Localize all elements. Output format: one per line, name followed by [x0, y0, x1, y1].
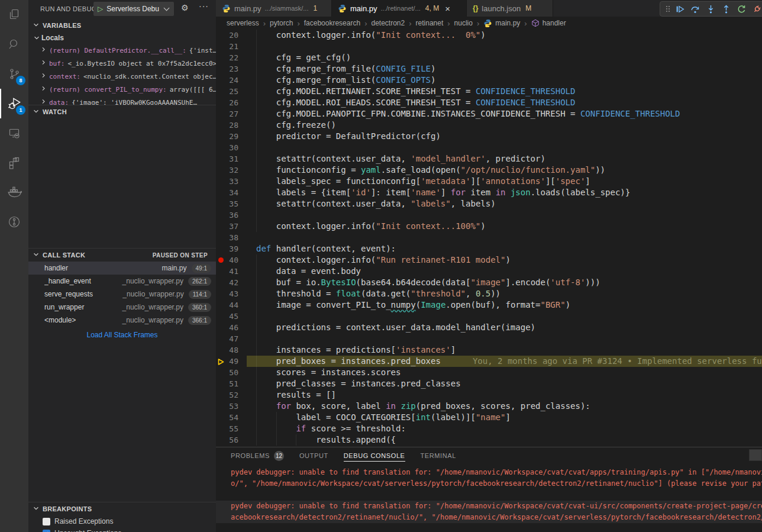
- gutter[interactable]: 38: [216, 232, 247, 243]
- close-icon[interactable]: ×: [445, 4, 450, 13]
- stack-frame-row[interactable]: serve_requests_nuclio_wrapper.py114:1: [28, 288, 216, 301]
- call-stack-section-header[interactable]: CALL STACK PAUSED ON STEP: [28, 249, 216, 262]
- gutter[interactable]: 27: [216, 108, 247, 120]
- gutter[interactable]: 21: [216, 41, 247, 52]
- breadcrumb-item-detectron2[interactable]: detectron2: [371, 19, 405, 27]
- step-into-button[interactable]: [703, 2, 718, 16]
- variable-row[interactable]: (return) DefaultPredictor.__call__:{'ins…: [28, 44, 216, 57]
- gutter[interactable]: 52: [216, 389, 247, 401]
- continue-button[interactable]: [672, 2, 687, 16]
- gutter[interactable]: 33: [216, 176, 247, 187]
- gutter[interactable]: 31: [216, 153, 247, 165]
- activity-item-gitlens[interactable]: [0, 207, 28, 237]
- stack-frame-row[interactable]: _handle_event_nuclio_wrapper.py262:1: [28, 275, 216, 288]
- gutter[interactable]: 53: [216, 401, 247, 412]
- variable-row[interactable]: context:<nuclio_sdk.context.Context obje…: [28, 70, 216, 83]
- gutter[interactable]: 42: [216, 277, 247, 288]
- gutter[interactable]: 36: [216, 209, 247, 221]
- gutter[interactable]: 56: [216, 434, 247, 446]
- gutter[interactable]: 37: [216, 221, 247, 232]
- variables-scope-locals[interactable]: Locals: [28, 32, 216, 44]
- gutter[interactable]: 39: [216, 243, 247, 254]
- gutter[interactable]: 35: [216, 198, 247, 209]
- activity-item-source-control[interactable]: 8: [0, 59, 28, 89]
- load-all-stack-frames-link[interactable]: Load All Stack Frames: [86, 331, 157, 339]
- breadcrumb-item-handler[interactable]: handler: [531, 19, 566, 27]
- breadcrumb-item-mainpy[interactable]: main.py: [483, 19, 520, 28]
- gutter[interactable]: 46: [216, 322, 247, 333]
- restart-button[interactable]: [734, 2, 749, 16]
- stack-frame-row[interactable]: <module>_nuclio_wrapper.py366:1: [28, 314, 216, 327]
- gutter[interactable]: 48: [216, 344, 247, 356]
- activity-item-run-debug[interactable]: 1: [0, 89, 28, 118]
- editor-tab[interactable]: {}launch.jsonM: [467, 0, 553, 17]
- activity-item-docker[interactable]: [0, 178, 28, 207]
- variable-row[interactable]: (return) convert_PIL_to_numpy:array([[[ …: [28, 83, 216, 96]
- step-out-button[interactable]: [718, 2, 734, 16]
- breadcrumb-item-facebookresearch[interactable]: facebookresearch: [304, 19, 360, 27]
- gutter[interactable]: 26: [216, 97, 247, 108]
- breadcrumb-item-serverless[interactable]: serverless: [227, 19, 259, 27]
- gutter[interactable]: 23: [216, 63, 247, 75]
- breadcrumb-item-pytorch[interactable]: pytorch: [270, 19, 293, 27]
- gutter[interactable]: 34: [216, 187, 247, 198]
- console-filter-input[interactable]: [749, 449, 762, 461]
- start-debug-icon[interactable]: ▷: [98, 5, 103, 13]
- line-number: 47: [229, 333, 238, 344]
- panel-tab-problems[interactable]: PROBLEMS12: [231, 447, 284, 464]
- more-actions-icon[interactable]: ···: [199, 1, 209, 11]
- editor-tab[interactable]: main.py.../retinanet/...4, M×: [332, 0, 467, 17]
- gutter[interactable]: 29: [216, 131, 247, 142]
- activity-item-remote-explorer[interactable]: [0, 118, 28, 148]
- gutter[interactable]: 28: [216, 120, 247, 131]
- debug-config-dropdown[interactable]: ▷ Serverless Debu: [93, 2, 174, 16]
- gutter[interactable]: 49: [216, 356, 247, 367]
- breadcrumb-item-retinanet[interactable]: retinanet: [416, 19, 444, 27]
- gutter[interactable]: 24: [216, 75, 247, 86]
- panel-tab-debug-console[interactable]: DEBUG CONSOLE: [344, 447, 405, 464]
- line-number: 27: [229, 108, 238, 120]
- disconnect-button[interactable]: [749, 2, 762, 16]
- activity-item-explorer[interactable]: [0, 0, 28, 30]
- gutter[interactable]: 44: [216, 299, 247, 311]
- gutter[interactable]: 32: [216, 165, 247, 176]
- breadcrumb-item-nuclio[interactable]: nuclio: [454, 19, 473, 27]
- variables-section-header[interactable]: VARIABLES: [28, 19, 216, 32]
- activity-badge: 1: [16, 105, 25, 115]
- gutter[interactable]: 30: [216, 142, 247, 153]
- editor-tab[interactable]: main.py.../siammask/...1: [216, 0, 332, 17]
- gutter[interactable]: 20: [216, 30, 247, 41]
- variable-row[interactable]: buf:<_io.BytesIO object at 0x7f5a2dc1ecc…: [28, 57, 216, 70]
- activity-item-extensions[interactable]: [0, 148, 28, 178]
- breakpoint-row[interactable]: ✓Uncaught Exceptions: [28, 527, 216, 532]
- gutter[interactable]: 25: [216, 86, 247, 97]
- gutter[interactable]: 55: [216, 423, 247, 434]
- gutter[interactable]: 47: [216, 333, 247, 344]
- stack-frame-row[interactable]: run_wrapper_nuclio_wrapper.py360:1: [28, 301, 216, 314]
- activity-item-search[interactable]: [0, 30, 28, 59]
- breakpoint-checkbox[interactable]: [43, 518, 50, 525]
- python-icon: [222, 4, 231, 13]
- code-token: "threshold": [411, 289, 466, 298]
- gutter[interactable]: 43: [216, 288, 247, 299]
- step-over-button[interactable]: [687, 2, 703, 16]
- debug-settings-gear-icon[interactable]: ⚙: [181, 3, 189, 12]
- gutter[interactable]: 54: [216, 412, 247, 423]
- line-number: 35: [229, 198, 238, 209]
- gutter[interactable]: 41: [216, 266, 247, 277]
- breakpoint-checkbox[interactable]: ✓: [43, 530, 50, 532]
- editor-group: main.py.../siammask/...1main.py.../retin…: [216, 0, 762, 532]
- panel-tab-terminal[interactable]: TERMINAL: [421, 447, 456, 464]
- gutter[interactable]: 40: [216, 254, 247, 266]
- gutter[interactable]: 51: [216, 378, 247, 389]
- gutter[interactable]: 22: [216, 52, 247, 63]
- variable-row[interactable]: data:{'image': 'iVBORw0KGgoAAAANSUhE…: [28, 96, 216, 105]
- breakpoint-icon[interactable]: [218, 257, 224, 263]
- watch-section-header[interactable]: WATCH: [28, 105, 216, 118]
- gutter[interactable]: 50: [216, 367, 247, 378]
- breakpoint-row[interactable]: Raised Exceptions: [28, 515, 216, 527]
- stack-frame-row[interactable]: handlermain.py49:1: [28, 262, 216, 275]
- panel-tab-output[interactable]: OUTPUT: [299, 447, 328, 464]
- breakpoints-section-header[interactable]: BREAKPOINTS: [28, 502, 216, 515]
- gutter[interactable]: 45: [216, 311, 247, 322]
